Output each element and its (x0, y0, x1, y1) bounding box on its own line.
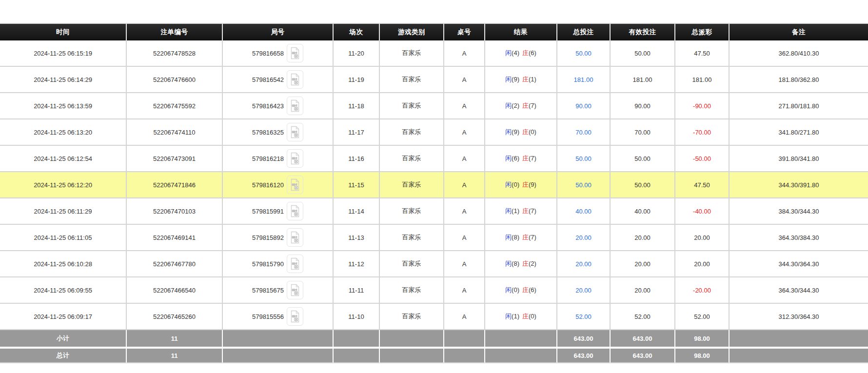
summary-valid-bet: 643.00 (611, 330, 675, 347)
table-row[interactable]: 2024-11-25 06:11:05 522067469141 5798158… (0, 225, 868, 251)
video-replay-button[interactable] (287, 44, 303, 62)
cell-payout: -20.00 (675, 277, 730, 304)
video-replay-button[interactable] (287, 70, 303, 89)
cell-payout: -70.00 (675, 119, 730, 146)
cell-round-id: 579815790 (223, 251, 334, 277)
cell-total-bet: 50.00 (557, 146, 611, 172)
cell-session: 11-19 (334, 67, 380, 93)
cell-total-bet: 70.00 (557, 119, 611, 146)
column-header-payout: 总派彩 (675, 23, 730, 40)
cell-remark: 362.80/410.30 (730, 40, 868, 67)
video-replay-button[interactable] (287, 97, 303, 115)
player-result-score: (0) (512, 286, 519, 294)
video-replay-button[interactable] (287, 149, 303, 168)
cell-table-no: A (444, 304, 485, 330)
cell-time: 2024-11-25 06:15:19 (0, 40, 127, 67)
cell-session: 11-15 (334, 172, 380, 198)
round-number: 579815790 (252, 260, 284, 268)
cell-bet-id: 522067476600 (127, 67, 223, 93)
banker-result-score: (7) (529, 207, 536, 215)
cell-remark: 364.30/344.30 (730, 277, 868, 304)
cell-remark: 271.80/181.80 (730, 93, 868, 119)
cell-bet-id: 522067475592 (127, 93, 223, 119)
player-result-score: (9) (512, 76, 519, 83)
grand-total-row: 总计 11 643.00 643.00 98.00 (0, 347, 868, 363)
cell-round-id: 579816218 (223, 146, 334, 172)
video-replay-button[interactable] (287, 307, 303, 326)
cell-bet-id: 522067466540 (127, 277, 223, 304)
cell-total-bet: 20.00 (557, 251, 611, 277)
cell-result: 闲(0)庄(9) (485, 172, 557, 198)
table-row[interactable]: 2024-11-25 06:09:17 522067465260 5798155… (0, 304, 868, 330)
table-row[interactable]: 2024-11-25 06:10:28 522067467780 5798157… (0, 251, 868, 277)
cell-session: 11-10 (334, 304, 380, 330)
cell-round-id: 579815675 (223, 277, 334, 304)
cell-result: 闲(1)庄(0) (485, 304, 557, 330)
cell-session: 11-20 (334, 40, 380, 67)
video-replay-button[interactable] (287, 176, 303, 194)
table-row[interactable]: 2024-11-25 06:11:29 522067470103 5798159… (0, 198, 868, 225)
player-result-label: 闲 (505, 102, 512, 109)
cell-remark: 364.30/384.30 (730, 225, 868, 251)
cell-round-id: 579815556 (223, 304, 334, 330)
player-result-label: 闲 (505, 260, 512, 267)
column-header-total_bet: 总投注 (557, 23, 611, 40)
subtotal-row: 小计 11 643.00 643.00 98.00 (0, 330, 868, 347)
table-row[interactable]: 2024-11-25 06:15:19 522067478528 5798166… (0, 40, 868, 67)
video-replay-button[interactable] (287, 202, 303, 220)
video-replay-button[interactable] (287, 281, 303, 299)
cell-round-id: 579815892 (223, 225, 334, 251)
cell-game-type: 百家乐 (380, 119, 444, 146)
banker-result-label: 庄 (522, 260, 529, 267)
round-number: 579815991 (252, 208, 284, 215)
summary-valid-bet: 643.00 (611, 347, 675, 363)
table-row[interactable]: 2024-11-25 06:14:29 522067476600 5798165… (0, 67, 868, 93)
cell-time: 2024-11-25 06:09:17 (0, 304, 127, 330)
cell-result: 闲(2)庄(7) (485, 93, 557, 119)
video-replay-button[interactable] (287, 255, 303, 273)
column-header-game_type: 游戏类别 (380, 23, 444, 40)
cell-time: 2024-11-25 06:13:59 (0, 93, 127, 119)
cell-session: 11-13 (334, 225, 380, 251)
video-file-icon (290, 152, 300, 165)
video-file-icon (290, 231, 300, 244)
column-header-round_id: 局号 (223, 23, 334, 40)
cell-result: 闲(9)庄(1) (485, 67, 557, 93)
column-header-session: 场次 (334, 23, 380, 40)
column-header-bet_id: 注单编号 (127, 23, 223, 40)
cell-result: 闲(9)庄(0) (485, 119, 557, 146)
cell-round-id: 579816423 (223, 93, 334, 119)
player-result-score: (2) (512, 102, 519, 109)
video-file-icon (290, 73, 300, 86)
cell-valid-bet: 50.00 (611, 172, 675, 198)
player-result-score: (1) (512, 313, 519, 320)
table-body: 2024-11-25 06:15:19 522067478528 5798166… (0, 40, 868, 363)
round-number: 579816325 (252, 129, 284, 136)
table-row[interactable]: 2024-11-25 06:12:54 522067473091 5798162… (0, 146, 868, 172)
cell-payout: 181.00 (675, 67, 730, 93)
cell-bet-id: 522067473091 (127, 146, 223, 172)
cell-table-no: A (444, 251, 485, 277)
banker-result-score: (7) (529, 234, 536, 241)
player-result-label: 闲 (505, 155, 512, 162)
cell-result: 闲(6)庄(7) (485, 146, 557, 172)
banker-result-score: (0) (529, 313, 536, 320)
video-replay-button[interactable] (287, 123, 303, 141)
cell-session: 11-18 (334, 93, 380, 119)
cell-table-no: A (444, 172, 485, 198)
summary-count: 11 (127, 347, 223, 363)
cell-game-type: 百家乐 (380, 251, 444, 277)
table-row[interactable]: 2024-11-25 06:13:20 522067474110 5798163… (0, 119, 868, 146)
banker-result-score: (2) (529, 260, 536, 267)
cell-remark: 312.30/364.30 (730, 304, 868, 330)
banker-result-score: (6) (529, 49, 536, 57)
player-result-score: (9) (512, 128, 519, 136)
table-row[interactable]: 2024-11-25 06:13:59 522067475592 5798164… (0, 93, 868, 119)
video-replay-button[interactable] (287, 228, 303, 247)
cell-session: 11-14 (334, 198, 380, 225)
cell-time: 2024-11-25 06:10:28 (0, 251, 127, 277)
bet-records-table: 时间注单编号局号场次游戏类别桌号结果总投注有效投注总派彩备注 2024-11-2… (0, 23, 868, 363)
table-row[interactable]: 2024-11-25 06:12:20 522067471846 5798161… (0, 172, 868, 198)
bet-records-panel: 时间注单编号局号场次游戏类别桌号结果总投注有效投注总派彩备注 2024-11-2… (0, 23, 868, 363)
table-row[interactable]: 2024-11-25 06:09:55 522067466540 5798156… (0, 277, 868, 304)
